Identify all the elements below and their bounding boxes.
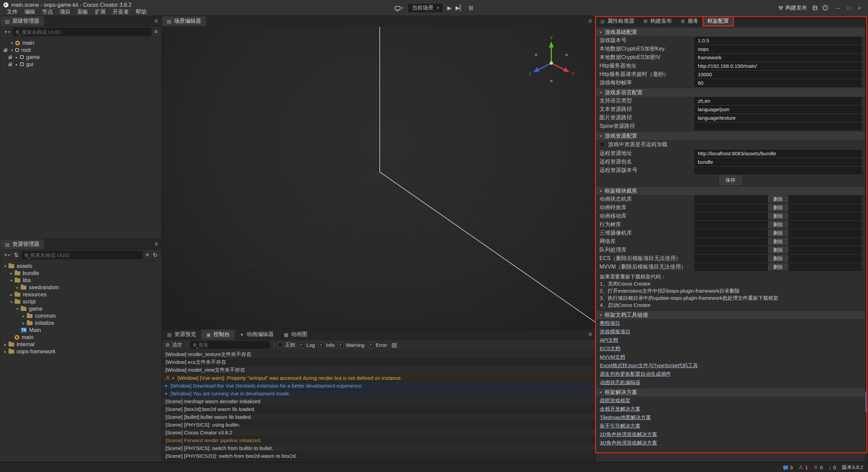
info-checkbox[interactable] [319, 342, 324, 348]
create-asset-button[interactable]: +▾ [3, 252, 11, 258]
log-row[interactable]: ⚠ ▸ [Window] model_view文件夹不存在 [162, 366, 595, 374]
asset-node[interactable]: ▸ initialize [0, 319, 161, 327]
layout-grid-icon[interactable]: ⊞ [469, 4, 473, 12]
delete-module-button[interactable]: 删除 [768, 196, 788, 203]
lock-icon[interactable] [2, 48, 8, 52]
section-language-config[interactable]: ▾ 游戏多语言配置 [596, 88, 865, 97]
create-node-button[interactable]: +▾ [3, 28, 11, 35]
tab-console[interactable]: ▣ 控制台 [201, 330, 235, 339]
log-row[interactable]: ⚠ ▸ [Scene] Forward render pipeline init… [162, 436, 595, 444]
step-button[interactable]: ▶▏ [455, 4, 464, 12]
solution-link[interactable]: 战棋游戏框架 [600, 397, 630, 404]
property-input[interactable] [694, 123, 862, 130]
filter-log[interactable]: Log [299, 342, 315, 348]
doc-link[interactable]: 动画状态机编辑器 [600, 379, 640, 386]
solution-link[interactable]: 3D角色扮演游戏解决方案 [600, 440, 657, 446]
menu-item[interactable]: 文件 [3, 8, 21, 16]
asset-node[interactable]: ▸ oops-framework [0, 348, 161, 355]
filter-info[interactable]: Info [319, 342, 335, 348]
delete-module-button[interactable]: 删除 [768, 255, 788, 262]
doc-link[interactable]: 教程项目 [600, 320, 620, 327]
tab-asset-preview[interactable]: ▤ 资源预览 [162, 330, 201, 339]
section-module-trim[interactable]: ▾ 框架模块裁剪 [596, 187, 865, 195]
preview-device-icon[interactable]: ▾ [395, 6, 403, 10]
expand-arrow-icon[interactable]: ▾ [8, 278, 14, 283]
maximize-button[interactable]: □ [844, 5, 853, 11]
scrollbar-thumb[interactable] [865, 391, 867, 412]
console-search[interactable] [190, 341, 270, 349]
expand-arrow-icon[interactable]: ▸ [15, 285, 20, 290]
property-input[interactable] [694, 45, 862, 53]
expand-arrow-icon[interactable]: ▸ [165, 383, 167, 388]
expand-arrow-icon[interactable]: ▸ [2, 349, 8, 354]
log-row[interactable]: ⚠ ▸ [Scene] [PHYSICS]: switch from built… [162, 444, 595, 452]
tab-services[interactable]: ⚙ 服务 [676, 16, 703, 26]
property-input[interactable] [694, 150, 862, 157]
close-button[interactable]: × [855, 5, 864, 11]
doc-link[interactable]: 游戏模板项目 [600, 329, 630, 335]
delete-module-button[interactable]: 删除 [768, 221, 788, 228]
warning-checkbox[interactable] [338, 342, 343, 348]
tab-animation-editor[interactable]: ✦ 动画编辑器 [235, 330, 279, 339]
asset-node[interactable]: ▸ seedrandom [0, 284, 161, 291]
menu-item[interactable]: 项目 [56, 8, 74, 16]
panel-menu-icon[interactable]: ≡ [154, 241, 158, 248]
error-count[interactable]: ⊗ 0 [814, 464, 823, 470]
assets-search[interactable] [22, 251, 143, 259]
expand-arrow-icon[interactable]: ▸ [8, 292, 14, 297]
doc-link[interactable]: Excel格式转Json文件与TypeScript代码工具 [600, 362, 698, 369]
expand-arrow-icon[interactable]: ▸ [172, 375, 174, 380]
doc-link[interactable]: 原生包热更新配置自动生成插件 [600, 371, 671, 377]
doc-link[interactable]: API文档 [600, 337, 618, 343]
tab-scene-editor[interactable]: ▤ 场景编辑器 [162, 16, 206, 26]
menu-item[interactable]: 帮助 [132, 8, 150, 16]
assets-search-input[interactable] [30, 252, 140, 258]
sort-icon[interactable]: ⇅ [13, 252, 19, 259]
regex-toggle[interactable]: 正则 [278, 342, 295, 348]
tab-property-inspector[interactable]: ◎ 属性检查器 [596, 16, 639, 26]
section-doc-links[interactable]: ▾ 框架文档工具链接 [596, 311, 865, 319]
log-row[interactable]: ⚠ ▸ [Window] You are running Vue in deve… [162, 390, 595, 397]
remote-load-checkbox[interactable] [600, 142, 605, 147]
property-input[interactable] [694, 79, 862, 87]
filter-icon[interactable]: ≡ [154, 28, 158, 35]
asset-node[interactable]: ▾ script [0, 298, 161, 305]
menu-item[interactable]: 编辑 [21, 8, 39, 16]
expand-arrow-icon[interactable]: ▾ [9, 41, 15, 45]
section-resource-config[interactable]: ▾ 游戏资源配置 [596, 132, 865, 140]
save-button[interactable]: 保存 [719, 176, 742, 185]
log-row[interactable]: ⚠ ▸ [Scene] [PHYSICS]: using builtin. [162, 421, 595, 429]
log-row[interactable]: ⚠ ▸ [Window] render_texture文件夹不存在 [162, 351, 595, 358]
filter-icon[interactable]: ≡ [145, 252, 150, 258]
delete-module-button[interactable]: 删除 [768, 263, 788, 271]
expand-arrow-icon[interactable]: ▸ [165, 391, 167, 396]
minimize-button[interactable]: ─ [833, 5, 843, 11]
warning-count[interactable]: ⚠ 1 [798, 464, 808, 470]
scrollbar[interactable] [865, 27, 868, 462]
property-input[interactable] [694, 167, 862, 174]
scene-viewport[interactable]: Y X Z [162, 27, 595, 329]
asset-node[interactable]: ▾ assets [0, 262, 161, 270]
hierarchy-search[interactable] [13, 28, 151, 36]
expand-arrow-icon[interactable]: ▸ [14, 62, 20, 67]
log-row[interactable]: ⚠ ▸ [Window] Download the Vue Devtools e… [162, 382, 595, 390]
message-count[interactable]: 3 [783, 465, 793, 470]
clear-console-button[interactable]: ⊘ 清空 [165, 342, 182, 348]
tab-assets[interactable]: ▤ 资源管理器 [0, 239, 44, 249]
expand-arrow-icon[interactable]: ▾ [15, 307, 20, 311]
asset-node[interactable]: main [0, 334, 161, 341]
expand-arrow-icon[interactable]: ▸ [21, 314, 26, 318]
asset-node[interactable]: ▾ game [0, 305, 161, 312]
solution-link[interactable]: Tiledmap地图解决方案 [600, 414, 651, 421]
property-input[interactable] [694, 54, 862, 61]
menu-item[interactable]: 节点 [39, 8, 56, 16]
solution-link[interactable]: 新手引导解决方案 [600, 423, 640, 429]
log-checkbox[interactable] [299, 342, 304, 348]
log-row[interactable]: ⚠ ▸ [Scene] [bullet]:bullet wasm lib loa… [162, 413, 595, 421]
delete-module-button[interactable]: 删除 [768, 213, 788, 220]
doc-link[interactable]: ECS文档 [600, 346, 620, 352]
open-log-file-icon[interactable]: ▤ [391, 341, 397, 349]
regex-checkbox[interactable] [278, 342, 283, 348]
tab-animation-graph[interactable]: ▦ 动画图 [279, 330, 312, 339]
property-input[interactable] [694, 37, 862, 44]
